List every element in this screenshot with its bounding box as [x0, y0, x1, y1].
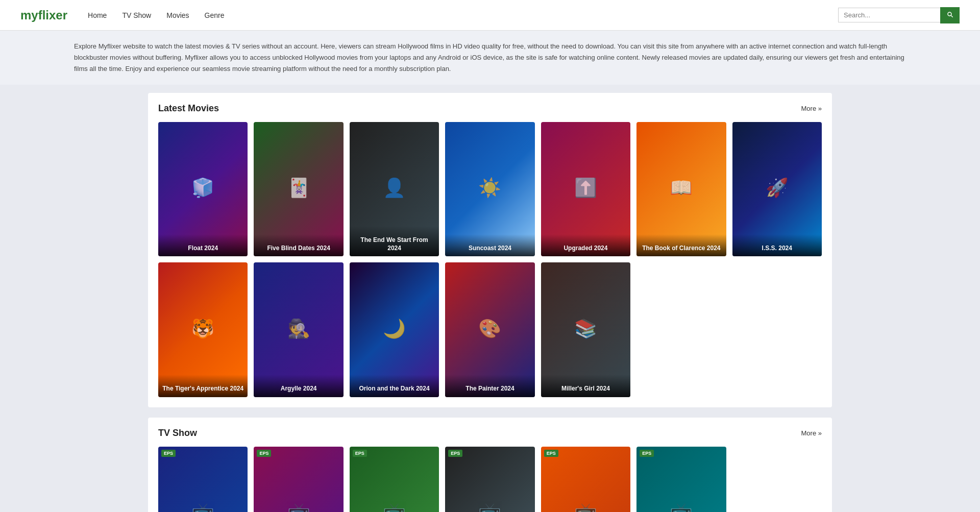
movie-card-tigers[interactable]: 🐯 The Tiger's Apprentice 2024 [158, 262, 248, 397]
nav-genre[interactable]: Genre [205, 11, 225, 19]
tvshow-card-6[interactable]: EPS 📺 [636, 447, 726, 512]
tvshow-card-5[interactable]: EPS 📺 [541, 447, 630, 512]
tvshow-section: TV Show More » EPS 📺 EPS 📺 EPS 📺 EPS 📺 E… [148, 418, 832, 512]
movie-card-iss[interactable]: 🚀 I.S.S. 2024 [732, 122, 822, 256]
description-text: Explore Myflixer website to watch the la… [74, 41, 906, 75]
tvshow-badge-4: EPS [448, 450, 462, 457]
movie-title-painter: The Painter 2024 [449, 385, 530, 393]
tvshow-badge-1: EPS [161, 450, 176, 457]
millersgirl-icon: 📚 [574, 318, 597, 339]
movie-title-upgraded: Upgraded 2024 [545, 245, 626, 253]
tvshow-badge-2: EPS [257, 450, 271, 457]
tvshow-card-2[interactable]: EPS 📺 [254, 447, 343, 512]
movie-title-fiveblind: Five Blind Dates 2024 [258, 245, 339, 253]
tvshow-badge-3: EPS [353, 450, 367, 457]
float-icon: 🧊 [191, 177, 214, 199]
search-button[interactable] [940, 7, 960, 23]
tvshow-grid: EPS 📺 EPS 📺 EPS 📺 EPS 📺 EPS 📺 EPS 📺 [158, 447, 822, 512]
movie-title-endwestart: The End We Start From 2024 [354, 236, 435, 252]
painter-icon: 🎨 [478, 318, 501, 339]
movie-card-millersgirl[interactable]: 📚 Miller's Girl 2024 [541, 262, 630, 397]
upgraded-icon: ⬆️ [574, 177, 597, 199]
movie-grid-row2: 🐯 The Tiger's Apprentice 2024 🕵️ Argylle… [158, 262, 822, 397]
movie-title-iss: I.S.S. 2024 [737, 245, 818, 253]
movie-title-float: Float 2024 [162, 245, 243, 253]
tv4-icon: 📺 [478, 502, 501, 512]
site-logo[interactable]: myflixer [20, 8, 67, 22]
movie-title-argylle: Argylle 2024 [258, 385, 339, 393]
oriondark-icon: 🌙 [383, 318, 406, 339]
empty-cell-2 [732, 262, 822, 397]
tvshow-badge-6: EPS [640, 450, 654, 457]
empty-cell-1 [636, 262, 726, 397]
iss-icon: 🚀 [766, 177, 789, 199]
tv6-icon: 📺 [670, 502, 693, 512]
movie-card-fiveblind[interactable]: 🃏 Five Blind Dates 2024 [254, 122, 343, 256]
movie-card-upgraded[interactable]: ⬆️ Upgraded 2024 [541, 122, 630, 256]
fiveblind-icon: 🃏 [287, 177, 310, 199]
search-input[interactable] [838, 8, 940, 22]
movie-card-bookofclarence[interactable]: 📖 The Book of Clarence 2024 [636, 122, 726, 256]
movie-title-oriondark: Orion and the Dark 2024 [354, 385, 435, 393]
nav-tvshow[interactable]: TV Show [122, 11, 151, 19]
section-header-movies: Latest Movies More » [158, 103, 822, 114]
movie-card-endwestart[interactable]: 👤 The End We Start From 2024 [350, 122, 439, 256]
search-area [838, 7, 960, 23]
tvshow-title: TV Show [158, 428, 197, 438]
tv3-icon: 📺 [383, 502, 406, 512]
site-description: Explore Myflixer website to watch the la… [0, 31, 980, 85]
movie-card-painter[interactable]: 🎨 The Painter 2024 [445, 262, 534, 397]
tigers-icon: 🐯 [191, 318, 214, 339]
movie-title-bookofclarence: The Book of Clarence 2024 [641, 245, 722, 253]
movie-card-float[interactable]: 🧊 Float 2024 [158, 122, 248, 256]
argylle-icon: 🕵️ [287, 318, 310, 339]
movie-card-suncoast[interactable]: ☀️ Suncoast 2024 [445, 122, 534, 256]
movie-grid-row1: 🧊 Float 2024 🃏 Five Blind Dates 2024 👤 [158, 122, 822, 256]
latest-movies-section: Latest Movies More » 🧊 Float 2024 🃏 Five… [148, 93, 832, 407]
section-header-tvshow: TV Show More » [158, 428, 822, 438]
endwestart-icon: 👤 [383, 177, 406, 199]
tvshow-card-3[interactable]: EPS 📺 [350, 447, 439, 512]
tv2-icon: 📺 [287, 502, 310, 512]
nav-home[interactable]: Home [88, 11, 107, 19]
movie-title-tigers: The Tiger's Apprentice 2024 [162, 385, 243, 393]
latest-movies-title: Latest Movies [158, 103, 219, 114]
main-nav: Home TV Show Movies Genre [88, 11, 838, 19]
tvshow-card-1[interactable]: EPS 📺 [158, 447, 248, 512]
tv5-icon: 📺 [574, 502, 597, 512]
tvshow-card-4[interactable]: EPS 📺 [445, 447, 534, 512]
movie-card-argylle[interactable]: 🕵️ Argylle 2024 [254, 262, 343, 397]
suncoast-icon: ☀️ [478, 177, 501, 199]
nav-movies[interactable]: Movies [166, 11, 189, 19]
header: myflixer Home TV Show Movies Genre [0, 0, 980, 31]
tv1-icon: 📺 [191, 502, 214, 512]
movie-title-suncoast: Suncoast 2024 [449, 245, 530, 253]
movie-title-millersgirl: Miller's Girl 2024 [545, 385, 626, 393]
movie-card-oriondark[interactable]: 🌙 Orion and the Dark 2024 [350, 262, 439, 397]
bookofclarence-icon: 📖 [670, 177, 693, 199]
tvshow-badge-5: EPS [544, 450, 558, 457]
latest-movies-more[interactable]: More » [801, 105, 822, 112]
tvshow-more[interactable]: More » [801, 429, 822, 437]
